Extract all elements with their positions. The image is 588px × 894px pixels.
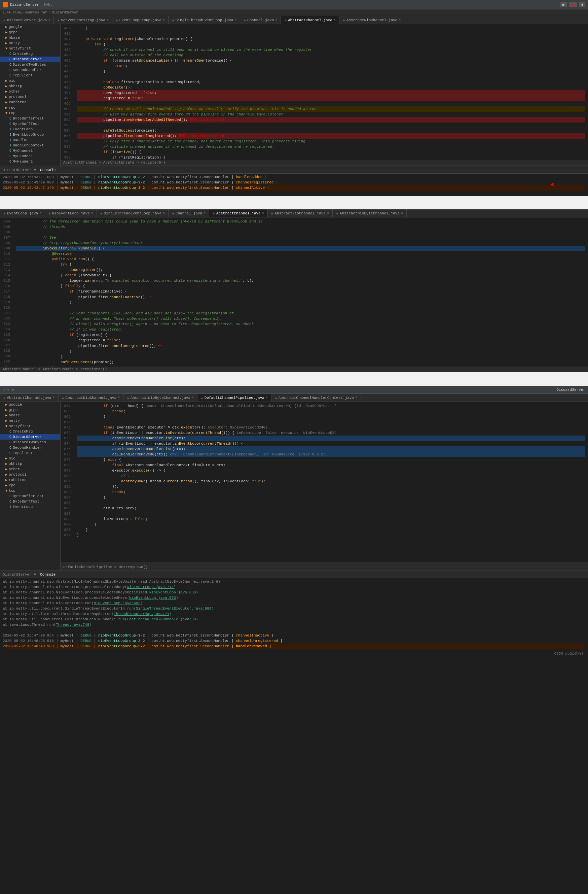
code-content-3[interactable]: if (ctx == head) { head: 'ChannelHandler… xyxy=(74,402,588,562)
tree-item-other3[interactable]: ▶ other xyxy=(0,467,60,472)
tree-item-secondhandler[interactable]: C SecondHandler xyxy=(0,67,60,73)
tree-item-netty3[interactable]: ▶ netty xyxy=(0,418,60,423)
tab-close-icon[interactable]: × xyxy=(334,16,336,24)
tab-channel2[interactable]: ☕ Channel.java × xyxy=(169,209,209,217)
code-area-3[interactable]: 867868869870871 872873874875876 87787887… xyxy=(60,402,588,562)
console-tab[interactable]: Console xyxy=(38,168,57,172)
tab-close-icon[interactable]: × xyxy=(53,394,55,402)
tree-item-bytebufftest3[interactable]: C ByteBuffTest xyxy=(0,499,60,504)
tab-close-icon[interactable]: × xyxy=(234,16,237,24)
tree-item-createmsg3[interactable]: C CreateMsg xyxy=(0,429,60,434)
tree-item-netty[interactable]: ▶ netty xyxy=(0,41,60,46)
tab-eventloopgroup[interactable]: ☕ EventLoopGroup.java × xyxy=(112,16,169,24)
tree-item-okhttp[interactable]: ▶ okhttp xyxy=(0,83,60,89)
tree-item-nettyfirst3[interactable]: ▼ nettyfirst xyxy=(0,423,60,429)
code-line: registered = true; xyxy=(77,95,585,101)
tree-item-discardtwobytes[interactable]: C DiscardTwoBytes xyxy=(0,62,60,67)
tree-item-bytebuffertest3[interactable]: C ByteBufferTest xyxy=(0,494,60,499)
tree-item-nio3[interactable]: ▶ nio xyxy=(0,456,60,461)
tab-discardserver[interactable]: ☕ DiscardServer.java × xyxy=(0,16,54,24)
tab-nioeventloop[interactable]: ☕ NioEventLoop.java × xyxy=(45,209,97,217)
tree-item-rabbitmq[interactable]: ▶ rabbitmq xyxy=(0,100,60,105)
tree-item-discardtwobytes3[interactable]: C DiscardTwoBytes xyxy=(0,439,60,445)
tree-item-google[interactable]: ▶ google xyxy=(0,24,60,30)
tab-close-icon[interactable]: × xyxy=(355,394,357,402)
tab-abstractniochannel[interactable]: ☕ AbstractNioChannel.java × xyxy=(339,16,404,24)
tree-item-google3[interactable]: ▶ google xyxy=(0,402,60,407)
tree-item-mychannel[interactable]: C MyChannel xyxy=(0,148,60,154)
tree-item-tcp[interactable]: ▼ tcp xyxy=(0,110,60,116)
tree-item-grpc[interactable]: ▶ grpc xyxy=(0,30,60,35)
tree-item-okhttp3[interactable]: ▶ okhttp xyxy=(0,461,60,467)
tab-close-icon[interactable]: × xyxy=(163,209,165,217)
tree-item-discardserver3[interactable]: C DiscardServer xyxy=(0,434,60,439)
tree-item-secondhandler3[interactable]: C SecondHandler xyxy=(0,445,60,450)
tab-close-icon[interactable]: × xyxy=(39,209,41,217)
tree-item-ddi[interactable]: C DDI Ins xyxy=(0,164,60,166)
tree-item-nettyfirst[interactable]: ▼ nettyfirst xyxy=(0,46,60,51)
tree-item-other[interactable]: ▶ other xyxy=(0,89,60,94)
tab-close-icon[interactable]: × xyxy=(266,394,268,402)
tree-item-rpc[interactable]: ▶ rpc xyxy=(0,105,60,110)
tab-abstractniobytechannel3[interactable]: ☕ AbstractNioByteChannel.java × xyxy=(124,394,198,402)
tab-abstractniochannel2[interactable]: ☕ AbstractNioChannel.java × xyxy=(268,209,333,217)
tree-item-createmsg[interactable]: C CreateMsg xyxy=(0,51,60,57)
tab-close-icon[interactable]: × xyxy=(327,209,329,217)
tree-item-rabbitmq3[interactable]: ▶ rabbitmq xyxy=(0,477,60,483)
tab-close-icon[interactable]: × xyxy=(48,16,50,24)
run-tab-3[interactable]: DiscardServer ▼ xyxy=(3,572,36,577)
tab-singlethread2[interactable]: ☕ SingleThreadEventLoop.java × xyxy=(97,209,169,217)
tree-item-eventloop3[interactable]: I EventLoop xyxy=(0,504,60,510)
tree-item-grpc3[interactable]: ▶ grpc xyxy=(0,407,60,413)
tab-abstractchannel3[interactable]: ☕ AbstractChannel.java × xyxy=(0,394,59,402)
tab-defaultchannelpipeline[interactable]: ☕ DefaultChannelPipeline.java × xyxy=(198,394,271,402)
tab-close-icon[interactable]: × xyxy=(275,16,277,24)
tab-channel[interactable]: ☕ Channel.java × xyxy=(240,16,281,24)
tree-item-rpc3[interactable]: ▶ rpc xyxy=(0,483,60,488)
tree-item-protocol[interactable]: ▶ protocol xyxy=(0,94,60,100)
tree-item-tcpclient[interactable]: C TcpClient xyxy=(0,73,60,78)
tab-close-icon[interactable]: × xyxy=(163,16,165,24)
tree-item-tcpclient3[interactable]: C TcpClient xyxy=(0,450,60,456)
stop-button[interactable]: ■ xyxy=(579,2,585,7)
tab-close-icon[interactable]: × xyxy=(262,209,264,217)
tree-item-bytebuffertest[interactable]: C ByteBufferTest xyxy=(0,116,60,121)
debug-button[interactable]: 🐞 xyxy=(569,2,577,7)
tab-close-icon[interactable]: × xyxy=(192,394,194,402)
tree-item-hbase3[interactable]: ▶ hbase xyxy=(0,413,60,418)
code-content-1[interactable]: } private void register0(ChannelPromise … xyxy=(74,24,588,160)
tab-close-icon[interactable]: × xyxy=(107,16,109,24)
tab-abstractniobytechannel[interactable]: ☕ AbstractNioByteChannel.java × xyxy=(333,209,407,217)
run-button[interactable]: ▶ xyxy=(561,2,567,7)
tab-serverbootstrap[interactable]: ☕ ServerBootstrap.java × xyxy=(54,16,112,24)
tab-abstractniochannel3[interactable]: ☕ AbstractNioChannel.java × xyxy=(59,394,124,402)
tab-close-icon[interactable]: × xyxy=(118,394,120,402)
run-tab[interactable]: DiscardServer ▼ xyxy=(3,168,36,172)
tree-item-handler[interactable]: I Handler xyxy=(0,137,60,143)
tab-abstractchannel2[interactable]: ☕ AbstractChannel.java × xyxy=(209,209,268,217)
tree-item-eventloopgroup-tcp[interactable]: I EventLoopGroup xyxy=(0,132,60,137)
tree-item-myhander2[interactable]: C MyHander2 xyxy=(0,159,60,164)
tree-item-handlercontext[interactable]: I HandlerContext xyxy=(0,143,60,148)
tree-item-protocol3[interactable]: ▶ protocol xyxy=(0,472,60,477)
tab-close-icon[interactable]: × xyxy=(401,209,403,217)
tab-close-icon[interactable]: × xyxy=(204,209,205,217)
tree-item-eventloop[interactable]: I EventLoop xyxy=(0,127,60,132)
code-line xyxy=(77,420,585,425)
tree-item-myhander1[interactable]: C MyHander1 xyxy=(0,154,60,159)
tab-close-icon[interactable]: × xyxy=(399,16,401,24)
code-content-2[interactable]: // the deregister operation this could l… xyxy=(14,217,588,367)
tree-item-hbase[interactable]: ▶ hbase xyxy=(0,35,60,41)
tab-eventloop[interactable]: ☕ EventLoop.java × xyxy=(0,209,45,217)
code-area-2[interactable]: 804805806807808 809810811812813 81481581… xyxy=(0,217,588,367)
tab-abstractchannelhandlercontext[interactable]: ☕ AbstractChannelHandlerContext.java × xyxy=(271,394,361,402)
tree-item-discardserver[interactable]: C DiscardServer xyxy=(0,57,60,62)
tree-item-tcp3[interactable]: ▼ tcp xyxy=(0,488,60,494)
tab-close-icon[interactable]: × xyxy=(91,209,93,217)
tab-abstractchannel[interactable]: ☕ AbstractChannel.java × xyxy=(281,16,339,24)
code-area-1[interactable]: 485486487488489 490491492493494 49549649… xyxy=(60,24,588,160)
tree-item-bytebufftest[interactable]: C ByteBuffTest xyxy=(0,121,60,127)
tab-singlethreadeventloop[interactable]: ☕ SingleThreadEventLoop.java × xyxy=(169,16,240,24)
tree-item-nio[interactable]: ▶ nio xyxy=(0,78,60,83)
console-tab-3[interactable]: Console xyxy=(38,572,57,577)
